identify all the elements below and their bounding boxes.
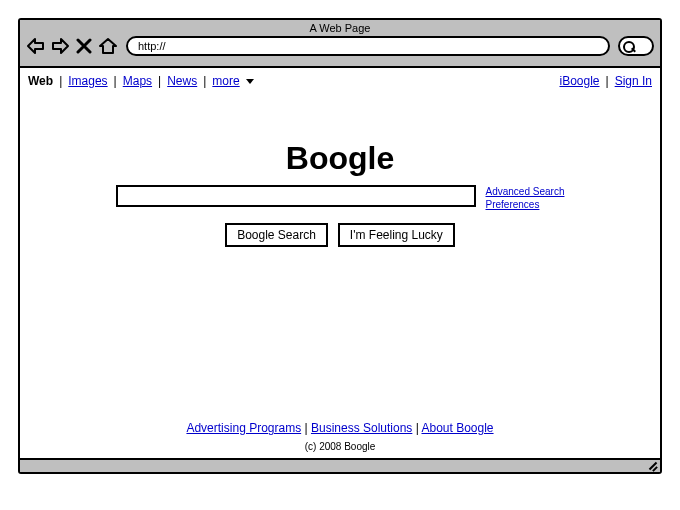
footer-links: Advertising Programs | Business Solution… [20,421,660,435]
nav-web[interactable]: Web [28,74,53,88]
toolbar [20,36,660,56]
advanced-search-link[interactable]: Advanced Search [486,185,565,198]
url-input[interactable] [126,36,610,56]
button-row: Boogle Search I'm Feeling Lucky [225,223,455,247]
back-icon[interactable] [26,36,46,56]
side-links: Advanced Search Preferences [486,185,565,211]
lucky-button[interactable]: I'm Feeling Lucky [338,223,455,247]
logo: Boogle [286,140,394,177]
stop-icon[interactable] [74,36,94,56]
copyright: (c) 2008 Boogle [20,441,660,452]
nav-left: Web | Images | Maps | News | more [28,74,254,88]
nav-right: iBoogle | Sign In [559,74,652,88]
nav-news[interactable]: News [167,74,197,88]
main: Boogle Advanced Search Preferences Boogl… [20,92,660,421]
search-button[interactable]: Boogle Search [225,223,328,247]
search-icon[interactable] [618,36,654,56]
forward-icon[interactable] [50,36,70,56]
nav-images[interactable]: Images [68,74,107,88]
preferences-link[interactable]: Preferences [486,198,565,211]
about-link[interactable]: About Boogle [421,421,493,435]
nav-more[interactable]: more [212,74,254,88]
business-link[interactable]: Business Solutions [311,421,412,435]
nav-iboogle[interactable]: iBoogle [559,74,599,88]
search-input[interactable] [116,185,476,207]
footer: Advertising Programs | Business Solution… [20,421,660,458]
resize-grip-icon[interactable] [647,460,657,470]
nav-maps[interactable]: Maps [123,74,152,88]
chevron-down-icon [246,79,254,84]
home-icon[interactable] [98,36,118,56]
content-area: Web | Images | Maps | News | more iBoogl… [20,68,660,458]
nav-signin[interactable]: Sign In [615,74,652,88]
statusbar [20,458,660,472]
nav-more-label: more [212,74,239,88]
advertising-link[interactable]: Advertising Programs [186,421,301,435]
window-title: A Web Page [20,20,660,34]
browser-window: A Web Page Web | Images | [18,18,662,474]
titlebar: A Web Page [20,20,660,68]
search-row: Advanced Search Preferences [116,185,565,211]
navbar: Web | Images | Maps | News | more iBoogl… [20,68,660,92]
